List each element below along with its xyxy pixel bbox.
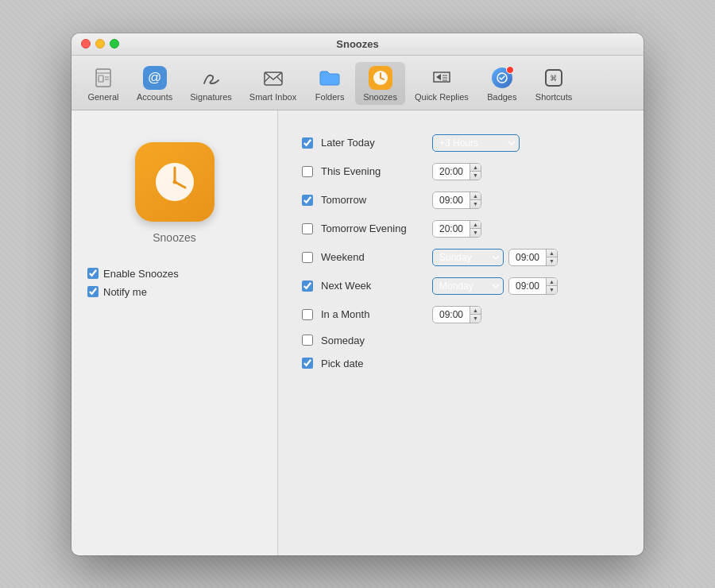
app-icon-large	[135, 142, 214, 222]
tab-general-label: General	[87, 92, 118, 102]
tab-smart-inbox-label: Smart Inbox	[249, 92, 296, 102]
general-icon	[91, 65, 116, 91]
maximize-button[interactable]	[110, 39, 119, 48]
weekend-decrement[interactable]: ▼	[547, 257, 557, 265]
left-panel: Snoozes Enable Snoozes Notify me	[72, 110, 278, 555]
later-today-control: +3 Hours +1 Hour +2 Hours +4 Hours	[432, 134, 520, 152]
in-a-month-checkbox[interactable]	[302, 309, 313, 320]
weekend-label: Weekend	[321, 251, 424, 263]
weekend-row: Weekend Sunday Saturday 09:00 ▲ ▼	[302, 249, 620, 266]
weekend-control: Sunday Saturday 09:00 ▲ ▼	[432, 249, 558, 266]
weekend-day-select[interactable]: Sunday Saturday	[432, 249, 504, 266]
app-icon-label: Snoozes	[153, 231, 195, 244]
in-a-month-decrement[interactable]: ▼	[470, 314, 481, 323]
tomorrow-evening-time: 20:00	[433, 223, 470, 234]
next-week-checkbox[interactable]	[302, 280, 313, 292]
next-week-day-select[interactable]: Monday Tuesday Wednesday Thursday Friday	[432, 277, 504, 295]
svg-line-7	[277, 77, 282, 82]
tab-snoozes[interactable]: Snoozes	[355, 62, 405, 105]
weekend-checkbox[interactable]	[302, 252, 313, 263]
pick-date-checkbox[interactable]	[302, 358, 313, 369]
this-evening-stepper-buttons: ▲ ▼	[470, 164, 481, 180]
in-a-month-increment[interactable]: ▲	[470, 307, 481, 315]
folders-icon	[317, 65, 342, 91]
this-evening-control: 20:00 ▲ ▼	[432, 163, 481, 180]
in-a-month-row: In a Month 09:00 ▲ ▼	[302, 306, 620, 323]
this-evening-decrement[interactable]: ▼	[470, 171, 481, 180]
in-a-month-time: 09:00	[433, 309, 470, 320]
this-evening-increment[interactable]: ▲	[470, 164, 481, 172]
content-area: Snoozes Enable Snoozes Notify me Later T…	[72, 110, 644, 555]
tab-general[interactable]: General	[79, 62, 127, 105]
in-a-month-label: In a Month	[321, 308, 424, 320]
tomorrow-time: 09:00	[433, 195, 470, 206]
weekend-increment[interactable]: ▲	[547, 250, 557, 257]
later-today-row: Later Today +3 Hours +1 Hour +2 Hours +4…	[302, 134, 620, 152]
next-week-label: Next Week	[321, 280, 424, 292]
later-today-checkbox[interactable]	[302, 137, 313, 149]
tomorrow-evening-checkbox[interactable]	[302, 223, 313, 234]
next-week-row: Next Week Monday Tuesday Wednesday Thurs…	[302, 277, 620, 295]
tomorrow-evening-decrement[interactable]: ▼	[470, 228, 481, 237]
tab-badges[interactable]: Badges	[478, 62, 526, 105]
right-panel: Later Today +3 Hours +1 Hour +2 Hours +4…	[278, 110, 644, 555]
weekend-stepper: 09:00 ▲ ▼	[508, 249, 558, 266]
enable-snoozes-checkbox[interactable]	[87, 268, 99, 279]
this-evening-time: 20:00	[433, 166, 470, 177]
notify-me-row[interactable]: Notify me	[87, 286, 261, 298]
someday-row: Someday	[302, 335, 620, 346]
tab-accounts-label: Accounts	[137, 92, 172, 102]
this-evening-checkbox[interactable]	[302, 166, 313, 177]
notify-me-checkbox[interactable]	[87, 286, 99, 297]
tomorrow-evening-label: Tomorrow Evening	[321, 222, 424, 234]
this-evening-row: This Evening 20:00 ▲ ▼	[302, 163, 620, 180]
signatures-icon	[199, 65, 224, 91]
in-a-month-control: 09:00 ▲ ▼	[432, 306, 481, 323]
next-week-decrement[interactable]: ▼	[547, 285, 557, 294]
tomorrow-evening-row: Tomorrow Evening 20:00 ▲ ▼	[302, 220, 620, 238]
someday-label: Someday	[321, 335, 424, 346]
tab-badges-label: Badges	[487, 92, 516, 102]
tab-accounts[interactable]: @ Accounts	[129, 62, 180, 105]
next-week-time: 09:00	[509, 280, 546, 292]
enable-snoozes-row[interactable]: Enable Snoozes	[87, 268, 261, 280]
badges-icon	[489, 65, 515, 91]
someday-checkbox[interactable]	[302, 335, 313, 346]
tomorrow-stepper-buttons: ▲ ▼	[470, 192, 481, 208]
later-today-select[interactable]: +3 Hours +1 Hour +2 Hours +4 Hours	[432, 134, 520, 152]
tab-quick-replies[interactable]: Quick Replies	[407, 62, 477, 105]
tomorrow-label: Tomorrow	[321, 194, 424, 206]
svg-line-6	[265, 77, 269, 82]
quick-replies-icon	[429, 65, 454, 91]
left-checkboxes: Enable Snoozes Notify me	[87, 268, 261, 298]
weekend-stepper-buttons: ▲ ▼	[546, 250, 557, 265]
next-week-control: Monday Tuesday Wednesday Thursday Friday…	[432, 277, 558, 295]
tab-signatures[interactable]: Signatures	[182, 62, 240, 105]
later-today-label: Later Today	[321, 137, 424, 149]
window-title: Snoozes	[336, 38, 378, 50]
tab-quick-replies-label: Quick Replies	[415, 92, 469, 102]
this-evening-label: This Evening	[321, 165, 424, 177]
main-window: Snoozes General @ Accounts	[72, 33, 644, 555]
notify-me-label: Notify me	[103, 286, 147, 298]
tomorrow-evening-control: 20:00 ▲ ▼	[432, 220, 481, 238]
minimize-button[interactable]	[95, 39, 105, 48]
in-a-month-stepper-buttons: ▲ ▼	[470, 307, 481, 323]
next-week-stepper-buttons: ▲ ▼	[546, 278, 557, 294]
tab-folders-label: Folders	[315, 92, 345, 102]
tab-folders[interactable]: Folders	[306, 62, 354, 105]
svg-rect-2	[99, 75, 103, 82]
titlebar: Snoozes	[72, 33, 644, 56]
tomorrow-increment[interactable]: ▲	[470, 192, 481, 200]
toolbar: General @ Accounts Signatures	[72, 56, 644, 110]
tab-shortcuts-label: Shortcuts	[535, 92, 572, 102]
tomorrow-checkbox[interactable]	[302, 195, 313, 206]
tab-smart-inbox[interactable]: Smart Inbox	[242, 62, 304, 105]
close-button[interactable]	[81, 39, 91, 48]
next-week-increment[interactable]: ▲	[547, 278, 557, 286]
tomorrow-decrement[interactable]: ▼	[470, 199, 481, 208]
traffic-lights	[81, 39, 119, 48]
tab-shortcuts[interactable]: ⌘ Shortcuts	[528, 62, 580, 105]
tomorrow-evening-increment[interactable]: ▲	[470, 221, 481, 229]
pick-date-label: Pick date	[321, 358, 424, 369]
